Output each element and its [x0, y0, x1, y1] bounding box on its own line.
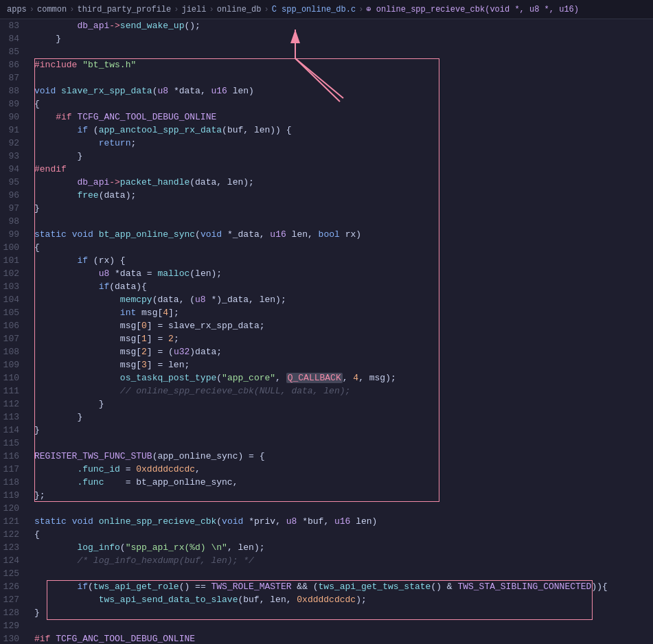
line-code: db_api->send_wake_up(); [29, 19, 653, 32]
line-code: free(data); [29, 189, 653, 202]
table-row: 120 [0, 502, 653, 515]
table-row: 88void slave_rx_spp_data(u8 *data, u16 l… [0, 84, 653, 97]
table-row: 115 [0, 437, 653, 450]
line-number: 105 [0, 306, 29, 319]
table-row: 122{ [0, 528, 653, 541]
table-row: 91 if (app_anctool_spp_rx_data(buf, len)… [0, 124, 653, 137]
table-row: 109 msg[3] = len; [0, 358, 653, 371]
line-code: u8 *data = malloc(len); [29, 267, 653, 280]
line-code: msg[0] = slave_rx_spp_data; [29, 319, 653, 332]
table-row: 85 [0, 45, 653, 58]
line-code: }; [29, 489, 653, 502]
table-row: 117 .func_id = 0xddddcdcdc, [0, 463, 653, 476]
table-row: 98 [0, 215, 653, 228]
line-number: 101 [0, 254, 29, 267]
line-number: 104 [0, 293, 29, 306]
breadcrumb-function[interactable]: ⊕ online_spp_recieve_cbk(void *, u8 *, u… [366, 4, 579, 14]
line-code: msg[2] = (u32)data; [29, 345, 653, 358]
line-code: static void online_spp_recieve_cbk(void … [29, 515, 653, 528]
table-row: 93 } [0, 150, 653, 163]
line-code [29, 45, 653, 58]
line-code: } [29, 398, 653, 411]
line-number: 94 [0, 163, 29, 176]
line-code: os_taskq_post_type("app_core", Q_CALLBAC… [29, 371, 653, 384]
line-code: #endif [29, 163, 653, 176]
table-row: 96 free(data); [0, 189, 653, 202]
line-code: } [29, 150, 653, 163]
line-number: 88 [0, 84, 29, 97]
line-code: tws_api_send_data_to_slave(buf, len, 0xd… [29, 593, 653, 606]
line-code [29, 71, 653, 84]
line-code: #include "bt_tws.h" [29, 58, 653, 71]
table-row: 95 db_api->packet_handle(data, len); [0, 176, 653, 189]
line-number: 107 [0, 332, 29, 345]
line-number: 111 [0, 384, 29, 398]
table-row: 92 return; [0, 137, 653, 150]
line-code: db_api->packet_handle(data, len); [29, 176, 653, 189]
line-number: 106 [0, 319, 29, 332]
table-row: 84 } [0, 32, 653, 45]
line-number: 96 [0, 189, 29, 202]
line-code: msg[3] = len; [29, 358, 653, 371]
breadcrumb-jieli[interactable]: jieli [181, 5, 206, 14]
breadcrumb-third-party[interactable]: third_party_profile [77, 5, 171, 14]
table-row: 123 log_info("spp_api_rx(%d) \n", len); [0, 541, 653, 554]
line-number: 87 [0, 71, 29, 84]
line-number: 114 [0, 424, 29, 437]
table-row: 89{ [0, 97, 653, 111]
table-row: 97} [0, 202, 653, 215]
line-code: { [29, 528, 653, 541]
table-row: 86#include "bt_tws.h" [0, 58, 653, 71]
table-row: 87 [0, 71, 653, 84]
line-number: 89 [0, 97, 29, 111]
table-row: 125 [0, 567, 653, 580]
line-number: 128 [0, 606, 29, 619]
breadcrumb-apps[interactable]: apps [7, 5, 27, 14]
line-code: msg[1] = 2; [29, 332, 653, 345]
line-code [29, 619, 653, 632]
table-row: 102 u8 *data = malloc(len); [0, 267, 653, 280]
line-number: 122 [0, 528, 29, 541]
table-row: 105 int msg[4]; [0, 306, 653, 319]
breadcrumb-online-db[interactable]: online_db [217, 5, 262, 14]
line-number: 95 [0, 176, 29, 189]
line-number: 108 [0, 345, 29, 358]
line-number: 121 [0, 515, 29, 528]
breadcrumb-common[interactable]: common [37, 5, 67, 14]
line-number: 120 [0, 502, 29, 515]
line-number: 103 [0, 280, 29, 293]
line-number: 118 [0, 476, 29, 489]
line-number: 124 [0, 554, 29, 567]
table-row: 83 db_api->send_wake_up(); [0, 19, 653, 32]
line-number: 115 [0, 437, 29, 450]
table-row: 113 } [0, 411, 653, 424]
table-row: 112 } [0, 398, 653, 411]
line-code: return; [29, 137, 653, 150]
table-row: 107 msg[1] = 2; [0, 332, 653, 345]
code-table: 83 db_api->send_wake_up();84 }8586#inclu… [0, 19, 653, 644]
table-row: 126 if(tws_api_get_role() == TWS_ROLE_MA… [0, 580, 653, 593]
table-row: 90 #if TCFG_ANC_TOOL_DEBUG_ONLINE [0, 111, 653, 124]
line-number: 112 [0, 398, 29, 411]
line-number: 127 [0, 593, 29, 606]
line-code: memcpy(data, (u8 *)_data, len); [29, 293, 653, 306]
table-row: 106 msg[0] = slave_rx_spp_data; [0, 319, 653, 332]
line-number: 130 [0, 632, 29, 644]
table-row: 116REGISTER_TWS_FUNC_STUB(app_online_syn… [0, 450, 653, 463]
line-number: 85 [0, 45, 29, 58]
line-code: } [29, 32, 653, 45]
table-row: 104 memcpy(data, (u8 *)_data, len); [0, 293, 653, 306]
line-number: 83 [0, 19, 29, 32]
breadcrumb-file[interactable]: C spp_online_db.c [272, 5, 356, 14]
line-number: 119 [0, 489, 29, 502]
table-row: 127 tws_api_send_data_to_slave(buf, len,… [0, 593, 653, 606]
line-code: int msg[4]; [29, 306, 653, 319]
line-code [29, 437, 653, 450]
table-row: 111 // online_spp_recieve_cbk(NULL, data… [0, 384, 653, 398]
table-row: 110 os_taskq_post_type("app_core", Q_CAL… [0, 371, 653, 384]
line-number: 129 [0, 619, 29, 632]
line-number: 113 [0, 411, 29, 424]
table-row: 108 msg[2] = (u32)data; [0, 345, 653, 358]
line-number: 86 [0, 58, 29, 71]
line-code: #if TCFG_ANC_TOOL_DEBUG_ONLINE [29, 632, 653, 644]
